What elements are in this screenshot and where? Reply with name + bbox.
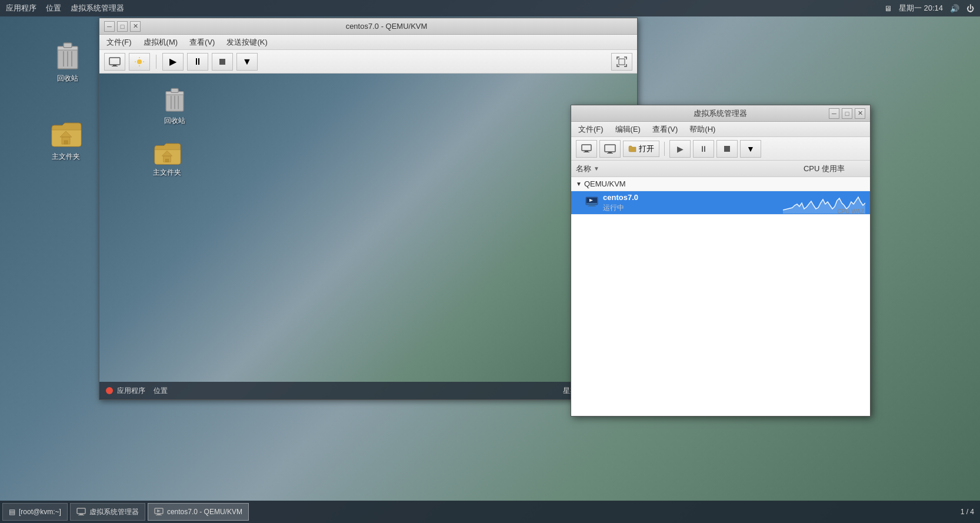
svg-rect-27 xyxy=(165,159,168,162)
vsm-cpu-col-header: CPU 使用率 xyxy=(783,164,865,174)
vm-status-icon xyxy=(585,196,598,209)
vsm-stop-btn[interactable] xyxy=(716,140,738,158)
qemu-stop-btn[interactable] xyxy=(212,53,233,71)
qemu-title: centos7.0 - QEMU/KVM xyxy=(141,22,632,31)
svg-rect-48 xyxy=(157,514,161,515)
vsm-window: 虚拟系统管理器 ─ □ ✕ 文件(F) 编辑(E) 查看(V) 帮助(H) 打开… xyxy=(571,105,871,417)
vsm-menu-view[interactable]: 查看(V) xyxy=(650,123,680,136)
vsm-vm-centos7[interactable]: centos7.0 运行中 CPU WAZ xyxy=(571,191,870,215)
desktop-icon-home[interactable]: 主文件夹 xyxy=(42,116,89,162)
inner-trash-label: 回收站 xyxy=(164,116,185,126)
top-panel-left: 应用程序 位置 虚拟系统管理器 xyxy=(6,3,124,14)
vsm-title: 虚拟系统管理器 xyxy=(611,108,829,119)
vsm-vm-info: centos7.0 运行中 xyxy=(603,193,783,213)
vsm-maximize-btn[interactable]: □ xyxy=(842,108,852,119)
svg-rect-39 xyxy=(589,205,595,206)
power-icon[interactable]: ⏻ xyxy=(966,4,974,13)
cpu-waz-label: CPU WAZ xyxy=(837,208,864,214)
volume-icon[interactable]: 🔊 xyxy=(950,4,959,13)
svg-rect-40 xyxy=(588,206,596,206)
taskbar-vsm[interactable]: 虚拟系统管理器 xyxy=(70,503,145,521)
vsm-sep xyxy=(664,142,665,156)
qemu-content: 回收站 主文件夹 应用程序 位置 星期一 20:14 xyxy=(99,74,637,399)
vsm-list-body: ▼ QEMU/KVM centos7.0 运行中 xyxy=(571,177,870,416)
top-panel-right: 🖥 星期一 20:14 🔊 ⏻ xyxy=(884,3,974,14)
svg-rect-11 xyxy=(112,66,118,66)
svg-rect-18 xyxy=(619,59,625,65)
vsm-pause-btn[interactable]: ⏸ xyxy=(693,140,714,158)
vsm-menu-file[interactable]: 文件(F) xyxy=(576,123,606,136)
vsm-computer-btn[interactable] xyxy=(576,140,597,158)
qemu-menu-sendkey[interactable]: 发送按键(K) xyxy=(224,36,269,49)
qemu-window: ─ □ ✕ centos7.0 - QEMU/KVM 文件(F) 虚拟机(M) … xyxy=(99,18,638,400)
taskbar-qemu-label: centos7.0 - QEMU/KVM xyxy=(167,508,242,516)
vsm-menu-edit[interactable]: 编辑(E) xyxy=(613,123,643,136)
qemu-maximize-btn[interactable]: □ xyxy=(117,21,128,32)
qemu-fullscreen-btn[interactable] xyxy=(611,53,632,71)
datetime-display: 星期一 20:14 xyxy=(899,3,943,14)
qemu-toolbar: ▶ ⏸ ▼ xyxy=(99,50,637,74)
taskbar: ▤ [root@kvm:~] 虚拟系统管理器 centos7.0 - QEMU/… xyxy=(0,501,980,523)
qemu-pause-btn[interactable]: ⏸ xyxy=(187,53,208,71)
taskbar-qemu[interactable]: centos7.0 - QEMU/KVM xyxy=(148,503,249,521)
inner-apps-menu[interactable]: 应用程序 xyxy=(105,386,145,396)
vsm-minimize-btn[interactable]: ─ xyxy=(829,108,839,119)
trash-icon xyxy=(51,38,84,71)
vsm-vm-name: centos7.0 xyxy=(603,193,783,202)
vsm-list-header: 名称 ▼ CPU 使用率 xyxy=(571,161,870,177)
vsm-open-btn[interactable]: 打开 xyxy=(623,141,659,157)
vsm-dropdown-btn[interactable]: ▼ xyxy=(740,140,761,158)
vsm-vm-status: 运行中 xyxy=(603,203,783,213)
qemu-menu-vm[interactable]: 虚拟机(M) xyxy=(141,36,181,49)
taskbar-page: 1 / 4 xyxy=(961,508,974,516)
vsm-menu-help[interactable]: 帮助(H) xyxy=(687,123,718,136)
vsm-menubar: 文件(F) 编辑(E) 查看(V) 帮助(H) xyxy=(571,122,870,137)
inner-home-icon-container[interactable]: 主文件夹 xyxy=(152,139,182,178)
qemu-close-btn[interactable]: ✕ xyxy=(130,21,141,32)
qemu-menubar: 文件(F) 虚拟机(M) 查看(V) 发送按键(K) xyxy=(99,35,637,50)
qemu-play-btn[interactable]: ▶ xyxy=(162,53,184,71)
qemu-menu-file[interactable]: 文件(F) xyxy=(104,36,134,49)
vsm-window-controls: ─ □ ✕ xyxy=(829,108,865,119)
menu-vsm[interactable]: 虚拟系统管理器 xyxy=(71,3,124,14)
qemu-minimize-btn[interactable]: ─ xyxy=(104,21,115,32)
taskbar-terminal-label: [root@kvm:~] xyxy=(19,508,61,516)
desktop-icon-trash[interactable]: 回收站 xyxy=(44,38,91,84)
inner-places-menu[interactable]: 位置 xyxy=(154,386,168,396)
qemu-dropdown-btn[interactable]: ▼ xyxy=(236,53,258,71)
svg-rect-17 xyxy=(219,59,225,65)
inner-trash-icon-container[interactable]: 回收站 xyxy=(162,84,188,126)
menu-places[interactable]: 位置 xyxy=(46,3,61,14)
svg-rect-35 xyxy=(724,146,730,152)
sort-arrow: ▼ xyxy=(594,165,599,172)
svg-rect-33 xyxy=(608,152,612,153)
inner-home-label: 主文件夹 xyxy=(153,168,181,178)
svg-rect-44 xyxy=(79,514,83,515)
inner-home-icon xyxy=(152,139,182,165)
svg-rect-9 xyxy=(109,58,120,65)
vsm-cpu-chart: CPU WAZ xyxy=(783,192,865,214)
vsm-screen-btn[interactable] xyxy=(599,140,621,158)
home-folder-label: 主文件夹 xyxy=(52,152,80,162)
qemu-taskbar-icon xyxy=(154,508,164,516)
svg-marker-47 xyxy=(157,509,161,512)
qemu-menu-view[interactable]: 查看(V) xyxy=(187,36,217,49)
svg-rect-45 xyxy=(78,515,84,515)
svg-rect-29 xyxy=(582,145,591,151)
vsm-play-btn[interactable]: ▶ xyxy=(669,140,691,158)
vsm-content: 名称 ▼ CPU 使用率 ▼ QEMU/KVM xyxy=(571,161,870,416)
taskbar-terminal[interactable]: ▤ [root@kvm:~] xyxy=(2,503,68,521)
qemu-titlebar: ─ □ ✕ centos7.0 - QEMU/KVM xyxy=(99,18,637,35)
svg-rect-49 xyxy=(156,515,162,515)
qemu-screen-btn[interactable] xyxy=(104,53,125,71)
trash-label: 回收站 xyxy=(57,74,78,84)
menu-apps[interactable]: 应用程序 xyxy=(6,3,36,14)
svg-rect-31 xyxy=(584,152,589,152)
vsm-close-btn[interactable]: ✕ xyxy=(855,108,865,119)
qemu-light-btn[interactable] xyxy=(129,53,150,71)
svg-point-12 xyxy=(137,59,142,64)
group-collapse-icon: ▼ xyxy=(576,181,582,187)
qemu-toolbar-sep1 xyxy=(156,55,156,69)
vsm-group-qemu[interactable]: ▼ QEMU/KVM xyxy=(571,177,870,191)
svg-point-28 xyxy=(106,387,113,394)
